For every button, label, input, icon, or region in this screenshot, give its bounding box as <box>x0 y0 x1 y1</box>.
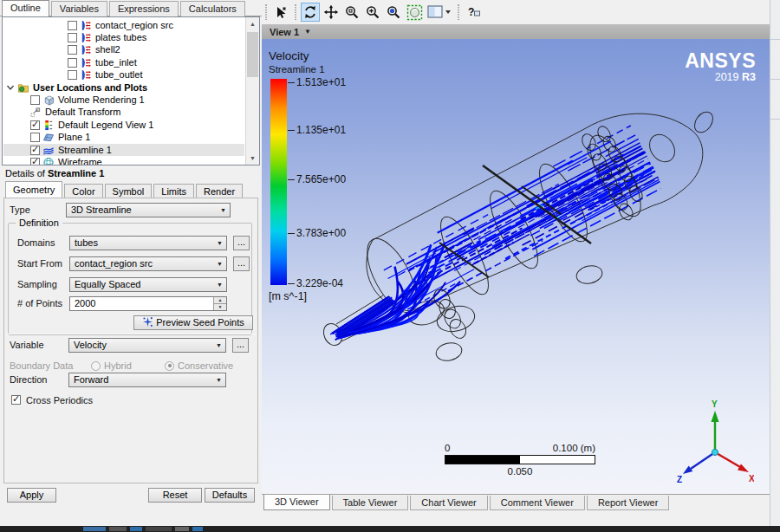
tab-3d-viewer[interactable]: 3D Viewer <box>263 495 330 510</box>
tab-report-viewer[interactable]: Report Viewer <box>587 496 670 510</box>
spin-up-icon[interactable]: ▲ <box>214 297 226 304</box>
checkbox[interactable] <box>68 45 77 55</box>
tree-item-wireframe[interactable]: Wireframe <box>3 156 244 165</box>
tree-item-tube-outlet[interactable]: tube_outlet <box>3 69 244 81</box>
tab-render[interactable]: Render <box>196 184 243 198</box>
ansys-cfd-post-window: OutlineVariablesExpressionsCalculatorsTu… <box>0 0 780 532</box>
spin-down-icon[interactable]: ▼ <box>214 304 226 310</box>
tab-table-viewer[interactable]: Table Viewer <box>332 496 409 510</box>
chevron-down-icon: ▼ <box>217 257 223 271</box>
variable-dropdown[interactable]: Velocity▼ <box>68 338 226 353</box>
domains-browse-button[interactable]: ... <box>233 236 250 250</box>
tree-item-plates-tubes[interactable]: plates tubes <box>3 31 244 43</box>
scroll-down-icon[interactable]: ▼ <box>246 152 259 165</box>
checkbox-checked[interactable] <box>30 120 40 130</box>
orientation-triad[interactable]: Y X Z <box>676 399 754 487</box>
tree-item-default-transform[interactable]: Default Transform <box>3 107 244 119</box>
rotate-tool-button[interactable] <box>301 3 320 22</box>
separator <box>6 334 256 334</box>
hybrid-radio[interactable]: Hybrid <box>91 360 132 371</box>
tab-geometry[interactable]: Geometry <box>5 181 62 198</box>
taskbar-edge[interactable] <box>0 526 780 532</box>
collapsed-panel-strip[interactable] <box>770 0 780 527</box>
variable-label: Variable <box>10 338 44 353</box>
checkbox[interactable] <box>30 95 40 105</box>
tab-chart-viewer[interactable]: Chart Viewer <box>410 496 487 510</box>
context-help-button[interactable]: ? <box>464 3 483 22</box>
checkbox-checked[interactable] <box>30 146 40 155</box>
checkbox[interactable] <box>68 33 77 42</box>
tree-item-tube-inlet[interactable]: tube_inlet <box>3 56 244 68</box>
domains-label: Domains <box>17 236 55 250</box>
tab-calculators[interactable]: Calculators <box>180 1 245 16</box>
apply-button[interactable]: Apply <box>7 488 56 503</box>
tree-item-streamline-1[interactable]: Streamline 1 <box>3 144 244 156</box>
chevron-down-icon: ▼ <box>216 339 222 353</box>
checkbox[interactable] <box>68 21 77 30</box>
scroll-thumb[interactable] <box>247 32 258 77</box>
scroll-up-icon[interactable]: ▲ <box>246 17 259 30</box>
defaults-button[interactable]: Defaults <box>205 488 255 503</box>
start-from-dropdown[interactable]: contact_region src▼ <box>69 256 227 271</box>
view-tab-bar: View 1 ▼ <box>262 24 770 39</box>
checkbox[interactable] <box>30 133 40 142</box>
reset-button[interactable]: Reset <box>148 488 202 503</box>
zoom-in-tool-button[interactable] <box>363 3 382 22</box>
start-from-label: Start From <box>17 256 62 271</box>
checkbox[interactable] <box>68 70 77 80</box>
legend-subtitle: Streamline 1 <box>269 64 325 75</box>
tab-color[interactable]: Color <box>64 184 102 198</box>
tab-symbol[interactable]: Symbol <box>105 184 153 198</box>
pan-tool-button[interactable] <box>322 3 341 22</box>
plane-icon <box>42 132 55 143</box>
tab-comment-viewer[interactable]: Comment Viewer <box>490 496 585 510</box>
tree-item-shell2[interactable]: shell2 <box>3 44 244 56</box>
toolbar-grip[interactable] <box>295 4 296 20</box>
type-dropdown[interactable]: 3D Streamline▼ <box>66 203 231 217</box>
streamline-icon <box>42 145 55 156</box>
zoom-area-tool-button[interactable] <box>384 3 403 22</box>
ansys-logo: ANSYS 2019 R3 <box>685 50 756 83</box>
view-dropdown-icon[interactable]: ▼ <box>304 28 311 36</box>
zoom-box-tool-button[interactable] <box>342 3 361 22</box>
radio-icon <box>91 361 101 371</box>
definition-label: Definition <box>16 217 62 228</box>
tree-item-user-locations[interactable]: User Locations and Plots <box>3 81 244 94</box>
conservative-radio[interactable]: Conservative <box>165 360 233 371</box>
tree-item-default-legend[interactable]: Default Legend View 1 <box>3 119 244 131</box>
tab-variables[interactable]: Variables <box>51 1 107 16</box>
preview-seed-points-button[interactable]: Preview Seed Points <box>133 315 253 330</box>
seed-points-icon <box>142 316 153 328</box>
tree-item-plane-1[interactable]: Plane 1 <box>3 132 244 144</box>
svg-text:?: ? <box>468 6 474 18</box>
legend-icon <box>42 120 55 131</box>
sampling-dropdown[interactable]: Equally Spaced▼ <box>69 277 227 292</box>
direction-dropdown[interactable]: Forward▼ <box>68 373 226 387</box>
checkbox[interactable] <box>68 58 77 68</box>
tree-item-volume-rendering[interactable]: Volume Rendering 1 <box>3 94 244 106</box>
start-from-browse-button[interactable]: ... <box>233 256 250 271</box>
points-spinbox[interactable]: 2000 ▲▼ <box>69 296 227 311</box>
tab-outline[interactable]: Outline <box>2 0 49 16</box>
tab-limits[interactable]: Limits <box>153 184 194 198</box>
zoom-area-icon <box>386 4 401 20</box>
chevron-down-icon[interactable] <box>6 83 15 92</box>
viewport-layout-button[interactable] <box>426 3 453 22</box>
legend-value: 1.513e+01 <box>296 76 346 88</box>
checkbox-checked[interactable] <box>30 158 40 165</box>
cross-periodics-checkbox[interactable] <box>11 395 21 405</box>
3d-viewport[interactable]: Velocity Streamline 1 1.513e+01 1.135e+0… <box>262 39 770 494</box>
tree-item-contact-region-src[interactable]: contact_region src <box>3 19 244 31</box>
tab-expressions[interactable]: Expressions <box>109 1 179 16</box>
view-tab[interactable]: View 1 <box>270 27 299 37</box>
ruler-zero: 0 <box>445 443 450 453</box>
toolbar-grip[interactable] <box>265 4 267 20</box>
toolbar-grip[interactable] <box>458 4 459 20</box>
direction-label: Direction <box>10 373 47 387</box>
variable-browse-button[interactable]: ... <box>232 338 249 353</box>
tree-scrollbar[interactable]: ▲ ▼ <box>245 17 259 165</box>
ruler-bar <box>445 455 595 464</box>
domains-dropdown[interactable]: tubes▼ <box>69 236 227 250</box>
select-tool-button[interactable] <box>271 3 290 22</box>
fit-view-button[interactable] <box>405 3 424 22</box>
